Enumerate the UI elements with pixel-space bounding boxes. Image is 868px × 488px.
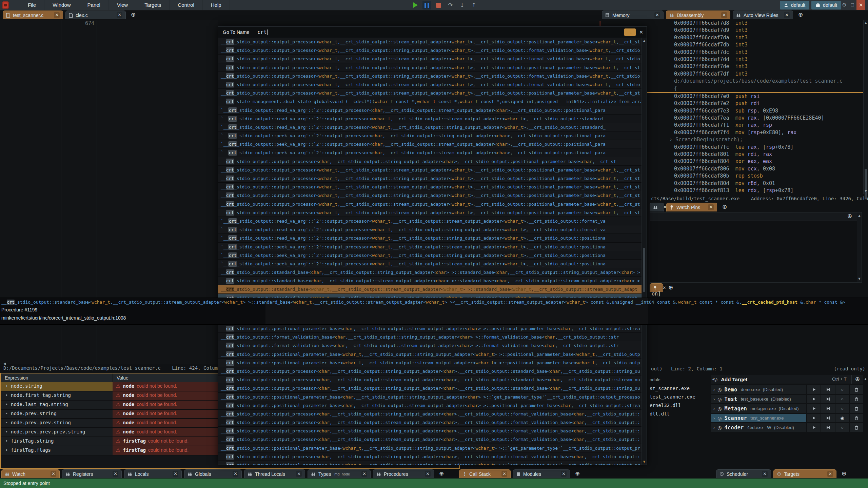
disassembly-scrollbar[interactable]: ▲ ▼ — [863, 20, 868, 194]
target-row-4coder[interactable]: ›◎4coder4ed.exe-W(Disabled)○ — [711, 423, 863, 432]
result-row[interactable]: __crt_stdio_output::output_processor<cha… — [218, 157, 642, 166]
delete-target-button[interactable] — [849, 404, 863, 413]
result-row[interactable]: __crt_stdio_output::standard_base<char,_… — [218, 268, 642, 277]
expand-chevron-icon[interactable]: › — [713, 387, 715, 392]
delete-target-button[interactable] — [849, 423, 863, 432]
tab-thread-locals[interactable]: Thread Locals✕ — [244, 469, 305, 478]
result-row[interactable]: __crt_stdio_output::positional_parameter… — [218, 359, 642, 367]
result-row[interactable]: `__crt_stdio_output::read_va_arg'::`2'::… — [218, 123, 642, 131]
watch-pins-panel[interactable]: ⊕ ▲ ▼ — [650, 212, 862, 283]
result-row[interactable]: __crt_stdio_output::format_validation_ba… — [218, 333, 642, 341]
module-row[interactable]: ernel32.dll — [650, 401, 709, 410]
menu-control[interactable]: Control — [170, 0, 202, 10]
close-button[interactable]: ✕ — [856, 0, 865, 10]
watch-row[interactable]: •node.prev.prev.prev.string⚠nodecould no… — [1, 428, 224, 437]
watch-row[interactable]: •firstTag.flags⚠firstTagcould not be fou… — [1, 446, 224, 455]
tab-auto-view-rules[interactable]: Auto View Rules✕ — [733, 11, 793, 19]
run-target-button[interactable] — [806, 385, 821, 394]
module-row[interactable]: dll.dll — [650, 410, 709, 418]
expand-chevron-icon[interactable]: › — [713, 406, 715, 411]
close-icon[interactable]: ✕ — [54, 12, 60, 18]
result-row[interactable]: __crt_stdio_output::output_processor<cha… — [218, 384, 642, 392]
step-out-button[interactable]: ⇡ — [469, 1, 478, 9]
target-row-demo[interactable]: ›◎Demodemo.exe(Disabled)○ — [711, 385, 863, 394]
close-icon[interactable]: ✕ — [501, 471, 507, 477]
watch-expression[interactable]: •node.last_tag.string — [1, 401, 113, 409]
run-target-button[interactable] — [806, 395, 821, 403]
result-row[interactable]: `__crt_stdio_output::peek_va_arg'::`2'::… — [218, 243, 642, 251]
run-to-target-button[interactable] — [821, 414, 835, 422]
new-tab-button[interactable]: ⊕ — [842, 469, 846, 478]
popup-scrollbar[interactable]: ▲ ▼ — [642, 38, 647, 465]
close-icon[interactable]: ✕ — [117, 12, 122, 18]
target-row-test[interactable]: ›◎Testtest_base.exe(Disabled)○ — [711, 395, 863, 403]
result-row[interactable]: `__crt_stdio_output::peek_va_arg'::`2'::… — [218, 148, 642, 157]
module-row[interactable]: st_scanner.exe — [650, 384, 709, 393]
delete-target-button[interactable] — [849, 395, 863, 403]
delete-target-button[interactable] — [849, 385, 863, 394]
result-row[interactable]: __crt_stdio_output::output_processor<cha… — [218, 427, 642, 435]
stop-button[interactable] — [434, 1, 443, 9]
pause-button[interactable] — [422, 1, 431, 9]
result-row[interactable]: __crt_stdio_output::output_processor<cha… — [218, 375, 642, 384]
result-row[interactable]: __crt_stdio_output::output_processor<wch… — [218, 174, 642, 183]
result-row[interactable]: __crt_stdio_output::output_processor<wch… — [218, 183, 642, 191]
close-icon[interactable]: ✕ — [638, 29, 645, 35]
layout-profile-chip[interactable]: default — [811, 1, 841, 9]
close-icon[interactable]: ✕ — [663, 285, 666, 291]
close-icon[interactable]: ✕ — [425, 471, 431, 477]
result-row[interactable]: __crt_state_management::dual_state_globa… — [218, 97, 642, 106]
expand-chevron-icon[interactable]: › — [713, 396, 715, 402]
result-row[interactable]: __crt_stdio_output::positional_parameter… — [218, 324, 642, 333]
watch-expression[interactable]: •node.string — [1, 382, 113, 391]
result-row[interactable]: `__crt_stdio_output::read_va_arg'::`2'::… — [218, 234, 642, 242]
close-icon[interactable]: ✕ — [113, 471, 118, 477]
modules-scroll-up-icon[interactable]: ▲ — [711, 377, 715, 381]
module-row[interactable]: test_scanner.exe — [650, 393, 709, 401]
new-tab-button[interactable]: ⊕ — [668, 283, 673, 292]
tab-[interactable]: ✕ — [650, 203, 664, 211]
close-icon[interactable]: ✕ — [654, 12, 660, 18]
watch-expression[interactable]: •node.prev.string — [1, 410, 113, 418]
result-row[interactable]: __crt_stdio_output::output_processor<wch… — [218, 63, 642, 72]
tab-watch-pins[interactable]: Watch Pins✕ — [666, 203, 717, 211]
result-row[interactable]: `__crt_stdio_output::peek_va_arg'::`2'::… — [218, 251, 642, 260]
result-row[interactable]: __crt_stdio_output::output_processor<cha… — [218, 367, 642, 375]
tab-globals[interactable]: Globals✕ — [184, 469, 242, 478]
close-icon[interactable]: ✕ — [827, 471, 833, 477]
run-to-target-button[interactable] — [821, 395, 835, 403]
result-row[interactable]: `__crt_stdio_output::read_va_arg'::`2'::… — [218, 115, 642, 123]
result-row[interactable]: `__crt_stdio_output::read_va_arg'::`2'::… — [218, 106, 642, 115]
result-row[interactable]: `__crt_stdio_output::peek_va_arg'::`2'::… — [218, 140, 642, 148]
result-row[interactable]: `__crt_stdio_output::peek_va_arg'::`2'::… — [218, 260, 642, 268]
watch-row[interactable]: •node.string⚠nodecould not be found. — [1, 382, 224, 391]
run-target-button[interactable] — [806, 404, 821, 413]
go-button[interactable]: → — [624, 28, 636, 36]
result-row[interactable]: __crt_stdio_output::output_processor<cha… — [218, 452, 642, 461]
menu-window[interactable]: Window — [44, 0, 79, 10]
active-target-radio[interactable]: ◉ — [835, 414, 849, 422]
tab-types[interactable]: Typesmd_node✕ — [308, 469, 371, 478]
watch-row[interactable]: •firstTag.string⚠firstTagcould not be fo… — [1, 437, 224, 446]
new-tab-button[interactable]: ⊕ — [131, 11, 136, 19]
result-row[interactable]: __crt_stdio_output::output_processor<cha… — [218, 418, 642, 427]
target-row-scanner[interactable]: ›◎Scannertest_scanner.exe◉ — [711, 414, 863, 422]
run-to-target-button[interactable] — [821, 404, 835, 413]
result-row[interactable]: __crt_stdio_output::output_processor<wch… — [218, 38, 642, 46]
result-row[interactable]: __crt_stdio_output::output_processor<cha… — [218, 410, 642, 418]
watch-expression[interactable]: •node.prev.prev.prev.string — [1, 428, 113, 436]
close-icon[interactable]: ✕ — [233, 471, 238, 477]
result-row[interactable]: __crt_stdio_output::output_processor<wch… — [218, 208, 642, 217]
delete-target-button[interactable] — [849, 414, 863, 422]
tab-watch[interactable]: Watch✕ — [1, 469, 60, 478]
result-row[interactable]: __crt_stdio_output::positional_parameter… — [218, 393, 642, 401]
result-row[interactable]: __crt_stdio_output::output_processor<cha… — [218, 435, 642, 444]
run-target-button[interactable] — [806, 423, 821, 432]
new-tab-button[interactable]: ⊕ — [798, 11, 803, 19]
active-target-radio[interactable]: ○ — [835, 404, 849, 413]
result-row[interactable]: __crt_stdio_output::output_processor<wch… — [218, 166, 642, 174]
result-row[interactable]: `__crt_stdio_output::read_va_arg'::`2'::… — [218, 217, 642, 225]
tab-scheduler[interactable]: Scheduler✕ — [716, 469, 771, 478]
add-watch-pin-button[interactable]: ⊕ — [847, 212, 852, 221]
add-target-button[interactable]: Add Target — [721, 377, 747, 382]
